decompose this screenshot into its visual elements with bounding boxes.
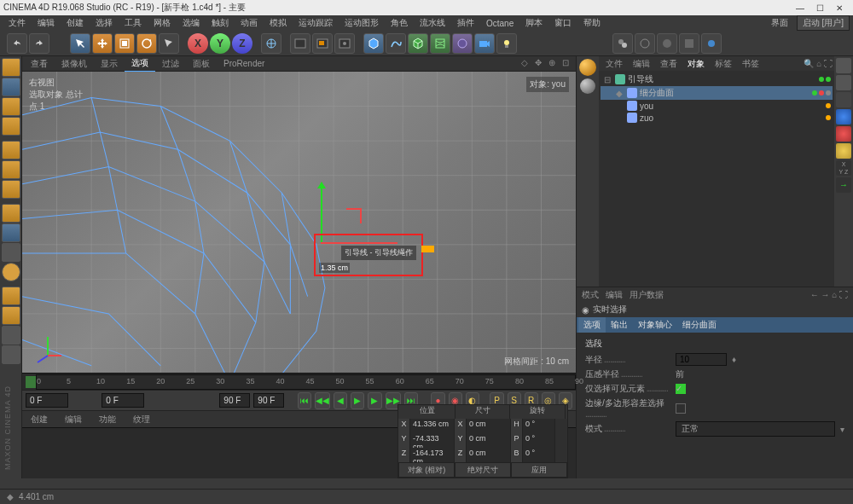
frame-end-field[interactable]: [219, 393, 250, 408]
menu-spline[interactable]: 选编: [177, 15, 205, 31]
material-ball-1[interactable]: [579, 59, 596, 76]
extra2-button[interactable]: [635, 33, 655, 54]
vtab-display[interactable]: 显示: [94, 56, 125, 72]
prev-frame-button[interactable]: ◀: [334, 392, 347, 409]
astab-objaxis[interactable]: 对象轴心: [633, 317, 677, 333]
attr-mode-dropdown[interactable]: 正常: [676, 421, 835, 437]
timeline-playhead[interactable]: [26, 376, 36, 388]
attr-nav-icons[interactable]: ← → ⌂ ⛶: [810, 290, 848, 299]
layout-dropdown[interactable]: 启动 [用户]: [797, 15, 850, 31]
otab-tags[interactable]: 标签: [710, 57, 737, 71]
st-xyz[interactable]: XY Z: [836, 160, 851, 176]
menu-help[interactable]: 帮助: [578, 15, 606, 31]
uv-poly-button[interactable]: [2, 306, 20, 325]
btab-func[interactable]: 功能: [90, 412, 125, 427]
tweak-button[interactable]: [2, 223, 20, 242]
camera-button[interactable]: [474, 33, 495, 54]
menu-sim[interactable]: 模拟: [264, 15, 292, 31]
atab-edit[interactable]: 编辑: [606, 289, 623, 301]
menu-select[interactable]: 选择: [90, 15, 118, 31]
vp-nav1-icon[interactable]: ◇: [521, 58, 533, 70]
coord-apply-button[interactable]: 应用: [511, 462, 567, 478]
attr-tolerance-checkbox[interactable]: [676, 403, 686, 414]
timeline-ruler[interactable]: 051015202530354045505560657075808590: [36, 374, 576, 390]
tree-row[interactable]: ◆细分曲面: [601, 86, 833, 100]
x-axis-lock[interactable]: X: [188, 33, 208, 54]
frame-end2-field[interactable]: [253, 393, 284, 408]
otab-edit[interactable]: 编辑: [628, 57, 655, 71]
viewport[interactable]: 右视图 选取对象 总计 点 1 对象: you 网格间距 : 10 cm 引导线…: [22, 72, 576, 373]
vtab-options[interactable]: 选项: [125, 55, 155, 72]
rotate-tool[interactable]: [136, 33, 157, 54]
make-editable-button[interactable]: [2, 58, 20, 77]
atab-mode[interactable]: 模式: [582, 289, 599, 301]
menu-create[interactable]: 创建: [61, 15, 89, 31]
menu-sculpt[interactable]: 触刻: [206, 15, 234, 31]
vp-nav3-icon[interactable]: ⊕: [548, 58, 560, 70]
otab-file[interactable]: 文件: [601, 57, 628, 71]
spline-button[interactable]: [386, 33, 406, 54]
primitive-button[interactable]: [363, 33, 384, 54]
st-move[interactable]: [836, 58, 851, 73]
goto-start-button[interactable]: ⏮: [298, 392, 311, 409]
z-axis-lock[interactable]: Z: [232, 33, 252, 54]
maximize-button[interactable]: ☐: [816, 3, 824, 13]
undo-button[interactable]: [7, 33, 27, 54]
menu-tools[interactable]: 工具: [119, 15, 147, 31]
coord-system-button[interactable]: [261, 33, 281, 54]
minimize-button[interactable]: —: [796, 3, 804, 13]
generator-button[interactable]: [408, 33, 428, 54]
st-tool3[interactable]: [836, 92, 851, 107]
play-button[interactable]: ▶: [351, 392, 364, 409]
object-tree[interactable]: ⊟引导线◆细分曲面youzuo: [599, 71, 834, 287]
material-ball-2[interactable]: [580, 78, 595, 94]
render-region-button[interactable]: [312, 33, 333, 54]
extra5-button[interactable]: [701, 33, 722, 54]
coord-row[interactable]: Z-164.173 cmZ0 cmB0 °: [398, 448, 567, 462]
menu-edit[interactable]: 编辑: [32, 15, 60, 31]
redo-button[interactable]: [29, 33, 49, 54]
vtab-view[interactable]: 查看: [24, 56, 55, 72]
render-settings-button[interactable]: [334, 33, 355, 54]
move-tool[interactable]: [92, 33, 113, 54]
otab-bookmark[interactable]: 书签: [737, 57, 764, 71]
viewport-solo-button[interactable]: [2, 243, 20, 262]
prev-key-button[interactable]: ◀◀: [315, 392, 330, 409]
light-button[interactable]: [496, 33, 517, 54]
extra1-button[interactable]: [612, 33, 633, 54]
st-tool2[interactable]: [836, 75, 851, 90]
extra-mode2-button[interactable]: [2, 345, 20, 364]
menu-character[interactable]: 角色: [386, 15, 413, 31]
coord-rel-dropdown[interactable]: 对象 (相对): [398, 462, 455, 478]
st-tool5[interactable]: [836, 126, 851, 142]
extra-mode1-button[interactable]: [2, 326, 20, 345]
atab-userdata[interactable]: 用户数据: [630, 289, 664, 301]
frame-current-field[interactable]: [102, 393, 144, 408]
coord-row[interactable]: X41.336 cmX0 cmH0 °: [398, 419, 567, 433]
tree-row[interactable]: ⊟引导线: [601, 72, 833, 86]
coord-row[interactable]: Y-74.333 cmY0 cmP0 °: [398, 433, 567, 448]
st-tool4[interactable]: [836, 109, 851, 125]
y-axis-lock[interactable]: Y: [210, 33, 230, 54]
timeline[interactable]: 051015202530354045505560657075808590: [22, 373, 576, 390]
menu-anim[interactable]: 动画: [235, 15, 263, 31]
select-tool[interactable]: [70, 33, 90, 54]
deformer-button[interactable]: [430, 33, 450, 54]
tree-row[interactable]: you: [601, 100, 833, 112]
btab-create[interactable]: 创建: [22, 412, 56, 427]
menu-window[interactable]: 窗口: [549, 15, 577, 31]
close-button[interactable]: ✕: [836, 3, 843, 13]
scale-tool[interactable]: [114, 33, 135, 54]
snap-button[interactable]: [2, 263, 20, 281]
coord-abs-dropdown[interactable]: 绝对尺寸: [455, 462, 511, 478]
tree-row[interactable]: zuo: [601, 112, 833, 124]
environment-button[interactable]: [452, 33, 473, 54]
otab-obj[interactable]: 对象: [682, 57, 710, 71]
st-tool6[interactable]: [836, 143, 851, 159]
btab-tex[interactable]: 纹理: [125, 412, 159, 427]
model-mode-button[interactable]: [2, 78, 20, 96]
st-arrow[interactable]: →: [836, 177, 851, 193]
menu-pipeline[interactable]: 流水线: [415, 15, 450, 31]
astab-options[interactable]: 选项: [578, 317, 606, 333]
menu-tracking[interactable]: 运动跟踪: [293, 15, 338, 31]
